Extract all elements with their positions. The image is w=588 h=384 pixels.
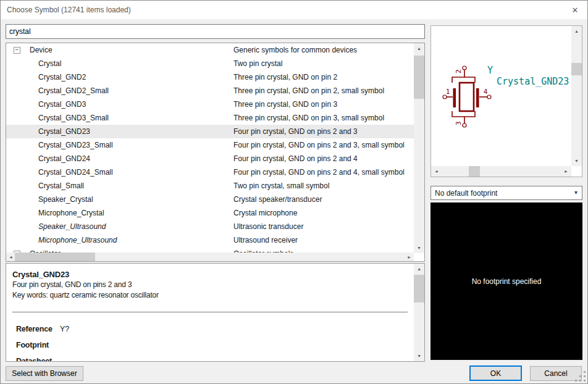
tree-item-description: Four pin crystal, GND on pins 2 and 3, s… [233, 141, 414, 149]
field-label: Footprint [16, 341, 58, 349]
preview-horizontal-scrollbar[interactable]: ◄ ► [431, 166, 571, 177]
tree-row[interactable]: Crystal_GND2 Three pin crystal, GND on p… [6, 70, 414, 84]
tree-row-device[interactable]: − Device Generic symbols for common devi… [6, 43, 414, 57]
scroll-up-icon[interactable]: ▲ [414, 43, 424, 54]
pin-number-4: 4 [484, 88, 488, 96]
symbol-tree-panel: − Device Generic symbols for common devi… [6, 43, 425, 262]
tree-row[interactable]: Crystal Two pin crystal [6, 57, 414, 70]
scroll-left-icon[interactable]: ◄ [6, 253, 15, 261]
symbol-details-panel: Crystal_GND23 Four pin crystal, GND on p… [6, 263, 425, 362]
symbol-name-label: Crystal_GND23 [497, 76, 569, 87]
tree-row[interactable]: Crystal_GND24 Four pin crystal, GND on p… [6, 152, 414, 165]
tree-row-selected[interactable]: Crystal_GND23 Four pin crystal, GND on p… [6, 125, 414, 138]
close-icon[interactable]: ✕ [569, 5, 581, 15]
tree-item-label: Speaker_Crystal [27, 195, 233, 204]
tree-item-label: Crystal_GND2 [27, 73, 233, 81]
tree-item-description: Ultrasound receiver [233, 236, 414, 244]
tree-item-description: Three pin crystal, GND on pin 3, small s… [233, 114, 414, 122]
tree-item-label: Crystal_GND23 [27, 127, 233, 136]
scrollbar-thumb[interactable] [571, 63, 582, 75]
footprint-preview-panel: No footprint specified [430, 202, 582, 360]
scroll-right-icon[interactable]: ► [561, 166, 571, 177]
tree-item-description: Three pin crystal, GND on pin 2 [233, 73, 414, 81]
tree-row[interactable]: Microphone_Ultrasound Ultrasound receive… [6, 233, 414, 247]
pin-number-2: 2 [455, 69, 463, 73]
scroll-down-icon[interactable]: ▼ [414, 243, 424, 253]
tree-item-label: Microphone_Ultrasound [27, 236, 233, 244]
scroll-right-icon[interactable]: ► [405, 253, 414, 261]
scroll-up-icon[interactable]: ▲ [414, 264, 424, 274]
detail-description: Four pin crystal, GND on pins 2 and 3 [12, 280, 414, 290]
detail-keywords: Key words: quartz ceramic resonator osci… [12, 290, 414, 301]
tree-item-label: Speaker_Ultrasound [27, 222, 233, 231]
tree-row[interactable]: Crystal_GND2_Small Three pin crystal, GN… [6, 84, 414, 98]
tree-item-label: Crystal_GND23_Small [27, 141, 233, 149]
collapse-icon[interactable]: − [14, 47, 20, 54]
tree-item-description: Ultrasonic transducer [233, 222, 414, 231]
bottom-bracket [452, 111, 475, 117]
tree-item-label: Crystal_GND3 [27, 100, 233, 109]
field-label: Datasheet [16, 357, 58, 361]
choose-symbol-dialog: Choose Symbol (12741 items loaded) ✕ − D… [0, 0, 588, 384]
tree-row[interactable]: Crystal_GND23_Small Four pin crystal, GN… [6, 138, 414, 152]
scroll-up-icon[interactable]: ▲ [571, 26, 582, 36]
ok-button[interactable]: OK [469, 365, 522, 381]
tree-item-label: Microphone_Crystal [27, 209, 233, 217]
tree-item-label: Crystal_GND24_Small [27, 168, 233, 177]
chevron-down-icon: ▾ [574, 189, 578, 196]
symbol-search-input[interactable] [6, 24, 425, 39]
symbol-reference-label: Y [487, 65, 493, 76]
tree-item-description: Crystal speaker/transducer [233, 195, 414, 204]
scroll-down-icon[interactable]: ▼ [414, 351, 424, 361]
top-bracket [452, 77, 475, 83]
footprint-select-value: No default footprint [435, 189, 497, 198]
tree-item-description: Three pin crystal, GND on pin 3 [233, 100, 414, 109]
symbol-details-content: Crystal_GND23 Four pin crystal, GND on p… [6, 264, 414, 361]
field-label: Reference [16, 325, 58, 333]
select-with-browser-button[interactable]: Select with Browser [6, 366, 83, 381]
field-value: Y? [60, 325, 69, 333]
tree-item-description: Two pin crystal, small symbol [233, 182, 414, 190]
pin-number-3: 3 [455, 121, 463, 125]
detail-field-footprint: Footprint [16, 341, 414, 349]
detail-field-datasheet: Datasheet [16, 357, 414, 361]
details-divider [12, 312, 408, 312]
footprint-preview-message: No footprint specified [472, 277, 542, 286]
window-title: Choose Symbol (12741 items loaded) [7, 6, 131, 14]
scrollbar-corner [571, 166, 582, 177]
scroll-down-icon[interactable]: ▼ [571, 156, 582, 166]
tree-item-description: Four pin crystal, GND on pins 2 and 4, s… [233, 168, 414, 177]
scroll-left-icon[interactable]: ◄ [431, 166, 442, 177]
tree-row[interactable]: Crystal_GND24_Small Four pin crystal, GN… [6, 165, 414, 179]
scrollbar-thumb[interactable] [15, 253, 95, 261]
scrollbar-thumb[interactable] [469, 166, 480, 177]
resize-grip[interactable] [574, 370, 586, 382]
preview-vertical-scrollbar[interactable]: ▲ ▼ [571, 26, 582, 166]
tree-vertical-scrollbar[interactable]: ▲ ▼ [414, 43, 424, 253]
tree-row[interactable]: Crystal_Small Two pin crystal, small sym… [6, 179, 414, 193]
tree-row[interactable]: Crystal_GND3_Small Three pin crystal, GN… [6, 111, 414, 125]
symbol-tree: − Device Generic symbols for common devi… [6, 43, 414, 253]
tree-item-description: Four pin crystal, GND on pins 2 and 4 [233, 154, 414, 163]
details-vertical-scrollbar[interactable]: ▲ ▼ [414, 264, 424, 361]
tree-item-description: Crystal microphone [233, 209, 414, 217]
tree-row[interactable]: Speaker_Crystal Crystal speaker/transduc… [6, 193, 414, 206]
tree-item-description: Generic symbols for common devices [233, 46, 414, 54]
tree-item-label: Crystal_GND3_Small [27, 114, 233, 122]
detail-field-reference: Reference Y? [16, 325, 414, 333]
symbol-preview-panel: 1 2 3 4 Y Crystal_GND23 ▲ ▼ ◄ ► [430, 25, 582, 177]
scrollbar-thumb[interactable] [414, 56, 424, 99]
footprint-select[interactable]: No default footprint ▾ [430, 186, 582, 200]
tree-row[interactable]: Speaker_Ultrasound Ultrasonic transducer [6, 220, 414, 233]
tree-item-label: Crystal_GND2_Small [27, 86, 233, 95]
tree-horizontal-scrollbar[interactable]: ◄ ► [6, 253, 414, 261]
tree-row[interactable]: Crystal_GND3 Three pin crystal, GND on p… [6, 98, 414, 111]
detail-symbol-name: Crystal_GND23 [12, 270, 414, 280]
symbol-preview-drawing: 1 2 3 4 Y Crystal_GND23 [431, 26, 571, 166]
tree-item-label: Crystal_Small [27, 182, 233, 190]
scrollbar-thumb[interactable] [414, 275, 424, 303]
tree-item-label: Crystal [27, 59, 233, 68]
tree-row[interactable]: Microphone_Crystal Crystal microphone [6, 206, 414, 220]
title-bar: Choose Symbol (12741 items loaded) ✕ [1, 1, 587, 19]
tree-item-description: Three pin crystal, GND on pin 2, small s… [233, 86, 414, 95]
